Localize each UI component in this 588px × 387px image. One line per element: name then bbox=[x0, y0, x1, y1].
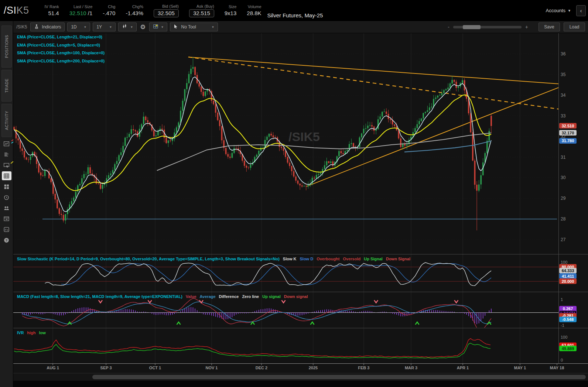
monitor-draw-icon[interactable] bbox=[2, 161, 11, 169]
svg-text:32.510: 32.510 bbox=[562, 124, 574, 128]
dashboard-icon[interactable] bbox=[2, 182, 11, 191]
price-tick-label: 35 bbox=[561, 72, 566, 77]
timeframe-value: 1D bbox=[71, 24, 76, 30]
function-box-icon[interactable]: Fx bbox=[2, 225, 11, 234]
ask-button[interactable]: 32.515 bbox=[189, 9, 214, 17]
chg-field: Chg -.470 bbox=[103, 4, 115, 17]
x-axis-label: MAR 3 bbox=[405, 366, 417, 370]
left-sidebar: POSITIONSTRADEACTIVITYFx? bbox=[0, 21, 13, 387]
iv-rank-value: 51.4 bbox=[48, 10, 59, 17]
grid-layout-icon bbox=[153, 24, 158, 30]
news-chart-icon[interactable] bbox=[2, 139, 11, 148]
calendar-transfer-icon[interactable] bbox=[2, 214, 11, 223]
chart-canvas[interactable]: /SIK5AUG 1SEP 3OCT 1NOV 1DEC 22025FEB 3M… bbox=[13, 33, 588, 373]
down-signal-arrow bbox=[99, 300, 102, 303]
load-button[interactable]: Load bbox=[564, 23, 585, 31]
chart-settings-button[interactable]: ⚙ bbox=[139, 23, 146, 31]
tool-value: No Tool bbox=[181, 24, 196, 30]
candlestick-icon bbox=[122, 24, 127, 30]
volume-value: 28.8K bbox=[247, 10, 261, 17]
last-value: 32.510 bbox=[69, 10, 86, 16]
up-signal-arrow bbox=[251, 322, 254, 325]
candles bbox=[13, 57, 492, 230]
chart-type-dropdown[interactable]: ▼ bbox=[118, 23, 137, 31]
x-axis-label: MAY 1 bbox=[514, 366, 526, 370]
quote-header: /SIK5 IV Rank 51.4 Last / Size 32.510 /1… bbox=[0, 0, 588, 21]
axis-bubble: 20.000 bbox=[559, 278, 577, 284]
chg-pct-value: -1.43% bbox=[126, 10, 143, 17]
axis-bubble: 64.333 bbox=[559, 268, 577, 273]
grid-layout-dropdown[interactable]: ▼ bbox=[149, 23, 168, 31]
accounts-dropdown[interactable]: Accounts ▼ bbox=[546, 8, 571, 13]
history-clock-icon[interactable] bbox=[2, 193, 11, 202]
drawing-tool-dropdown[interactable]: No Tool ▼ bbox=[170, 23, 218, 31]
ivr-axis-label: 0 bbox=[561, 358, 563, 362]
flask-icon bbox=[34, 24, 39, 30]
up-signal-arrow bbox=[177, 322, 181, 325]
zoom-slider-thumb[interactable] bbox=[463, 25, 481, 29]
svg-text:-0.548: -0.548 bbox=[562, 317, 574, 322]
moving-averages bbox=[14, 77, 491, 212]
people-icon[interactable] bbox=[2, 203, 11, 212]
chart-h-scrollbar[interactable] bbox=[13, 373, 588, 381]
price-tick-label: 34 bbox=[561, 93, 566, 98]
toolbar-symbol: /SIK5 bbox=[16, 24, 27, 30]
volume-profile-icon[interactable] bbox=[2, 150, 11, 159]
x-axis-label: FEB 3 bbox=[358, 366, 369, 370]
zoom-out-button[interactable]: - bbox=[448, 24, 449, 30]
bid-button[interactable]: 32.505 bbox=[154, 9, 179, 17]
svg-text:?: ? bbox=[6, 238, 8, 242]
price-tick-label: 27 bbox=[561, 237, 566, 242]
chevron-down-icon: ▼ bbox=[212, 25, 215, 29]
axis-bubble: 31.780 bbox=[559, 138, 577, 144]
last-size-field: Last / Size 32.510 /1 bbox=[69, 4, 93, 17]
indicators-button[interactable]: Indicators bbox=[30, 23, 65, 31]
x-axis-label: DEC 2 bbox=[256, 366, 267, 370]
sidebar-tab-positions[interactable]: POSITIONS bbox=[1, 25, 12, 68]
price-tick-label: 28 bbox=[561, 216, 566, 222]
sidebar-tab-activity[interactable]: ACTIVITY bbox=[1, 104, 12, 137]
price-tick-label: 36 bbox=[561, 51, 566, 56]
size-field: Size 9x13 bbox=[225, 4, 237, 17]
chg-pct-label: Chg% bbox=[132, 4, 143, 10]
range-value: 1Y bbox=[96, 24, 102, 30]
price-tick-label: 29 bbox=[561, 196, 566, 201]
sidebar-tab-trade[interactable]: TRADE bbox=[1, 70, 12, 102]
down-signal-arrow bbox=[148, 300, 152, 303]
x-axis-label: 2025 bbox=[309, 366, 318, 370]
chevron-down-icon: ▼ bbox=[130, 25, 133, 29]
stoch-axis-label: 100 bbox=[561, 260, 567, 264]
down-signal-arrow bbox=[282, 300, 286, 303]
zoom-in-button[interactable]: + bbox=[525, 24, 528, 30]
scrollbar-thumb[interactable] bbox=[92, 375, 586, 379]
bid-label: Bid (Sell) bbox=[162, 4, 179, 9]
help-icon[interactable]: ? bbox=[2, 236, 11, 244]
collapse-panel-button[interactable]: ‹ bbox=[576, 5, 586, 16]
price-tick-label: 33 bbox=[561, 113, 566, 119]
svg-text:41.411: 41.411 bbox=[562, 274, 574, 278]
spreadsheet-grid-icon[interactable] bbox=[2, 171, 11, 180]
symbol-watermark: /SIK5 bbox=[288, 130, 320, 144]
indicators-label: Indicators bbox=[42, 24, 61, 30]
timeframe-dropdown[interactable]: 1D ▼ bbox=[67, 23, 90, 31]
symbol-title: /SIK5 bbox=[4, 5, 29, 16]
svg-text:64.333: 64.333 bbox=[562, 268, 574, 273]
chevron-down-icon: ▼ bbox=[161, 25, 164, 29]
chg-label: Chg bbox=[108, 4, 115, 10]
svg-text:49.889: 49.889 bbox=[562, 346, 574, 351]
trendlines bbox=[188, 57, 558, 186]
bottom-strip bbox=[13, 381, 588, 387]
chg-pct-field: Chg% -1.43% bbox=[126, 4, 143, 17]
svg-text:31.780: 31.780 bbox=[562, 138, 574, 143]
range-dropdown[interactable]: 1Y ▼ bbox=[93, 23, 116, 31]
macd-lines bbox=[22, 298, 491, 329]
save-button[interactable]: Save bbox=[539, 23, 560, 31]
zoom-slider[interactable] bbox=[453, 26, 522, 28]
macd-axis-label: -1 bbox=[561, 323, 564, 328]
svg-text:0.267: 0.267 bbox=[563, 306, 573, 311]
chg-value: -.470 bbox=[103, 10, 115, 17]
ask-label: Ask (Buy) bbox=[196, 4, 214, 9]
accounts-label: Accounts bbox=[546, 8, 565, 13]
chevron-down-icon: ▼ bbox=[109, 25, 112, 29]
axis-bubble: 32.510 bbox=[559, 123, 577, 129]
